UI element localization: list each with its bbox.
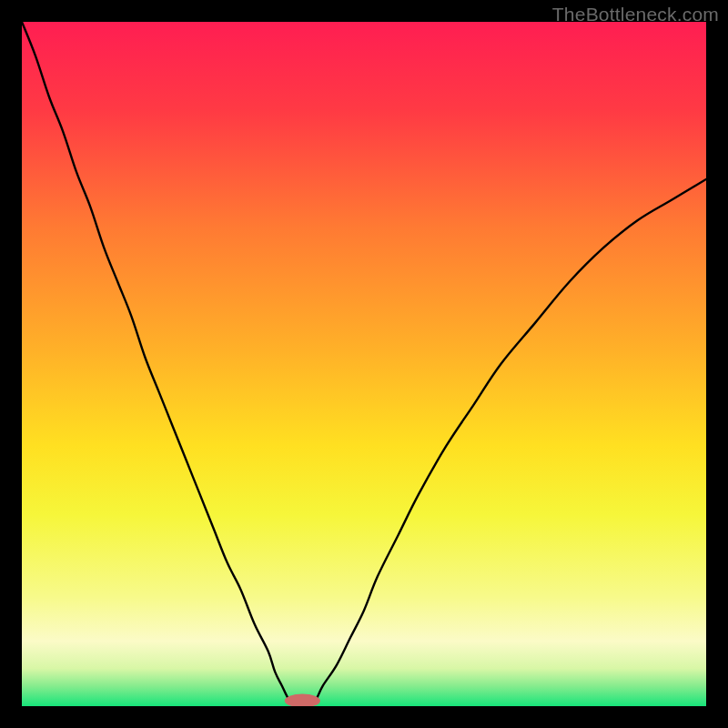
chart-svg <box>22 22 706 706</box>
chart-frame: TheBottleneck.com <box>0 0 728 728</box>
plot-area <box>22 22 706 706</box>
gradient-background <box>22 22 706 706</box>
watermark-text: TheBottleneck.com <box>552 4 719 25</box>
